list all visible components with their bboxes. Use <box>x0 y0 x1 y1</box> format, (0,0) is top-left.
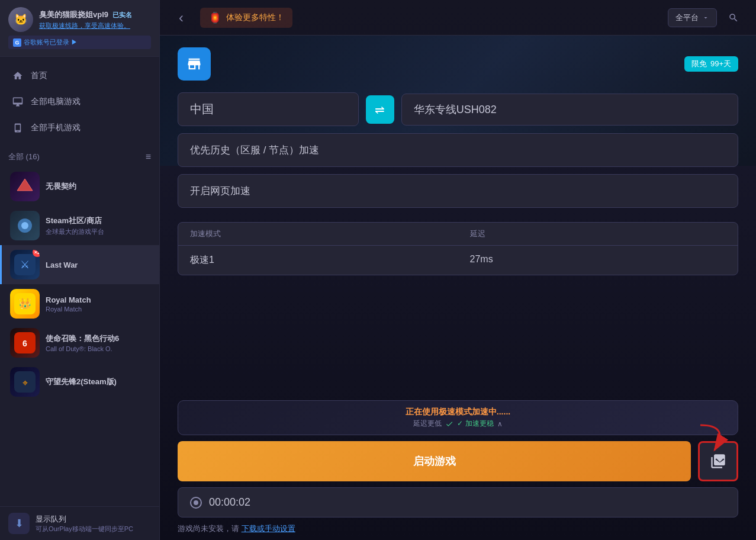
phone-icon <box>12 122 24 134</box>
install-notice-prefix: 游戏尚未安装，请 <box>178 524 239 533</box>
promo-badge: 限免 99+天 <box>684 56 738 72</box>
nav-pc-games[interactable]: 全部电脑游戏 <box>0 89 159 115</box>
platform-label: 全平台 <box>675 12 699 23</box>
vpn-top-row: 限免 99+天 <box>178 47 738 81</box>
games-header: 全部 (16) ≡ <box>0 147 159 167</box>
home-icon <box>12 70 24 82</box>
game-text-wuhui: 无畏契约 <box>46 181 151 192</box>
game-item-overwatch[interactable]: ⌖ 守望先锋2(Steam版) <box>0 362 159 401</box>
webpage-label: 开启网页加速 <box>190 185 250 197</box>
game-item-steam[interactable]: Steam社区/商店 全球最大的游戏平台 <box>0 206 159 245</box>
queue-name: 显示队列 <box>36 514 151 525</box>
svg-marker-0 <box>17 179 33 191</box>
install-link[interactable]: 下载或手动设置 <box>242 524 295 533</box>
game-item-wuhui[interactable]: 无畏契约 <box>0 167 159 206</box>
game-item-cod[interactable]: 6 使命召唤：黑色行动6 Call of Duty®: Black O. <box>0 323 159 362</box>
accel-chevron: ∧ <box>497 420 503 428</box>
game-icon-wuhui <box>10 172 40 201</box>
accel-sub-prefix: 延迟更低 <box>413 419 442 429</box>
queue-sub: 可从OurPlay移动端一键同步至PC <box>36 525 151 533</box>
game-item-royalmatch[interactable]: 👑 Royal Match Royal Match <box>0 284 159 323</box>
game-text-steam: Steam社区/商店 全球最大的游戏平台 <box>46 216 151 236</box>
game-text-royalmatch: Royal Match Royal Match <box>46 295 151 313</box>
swap-button[interactable]: ⇌ <box>366 95 394 124</box>
vpn-panel: 限免 99+天 中国 ⇌ 华东专线USH082 优先历史（区服 / 节点）加速 <box>178 47 738 275</box>
games-count-label: 全部 (16) <box>8 152 40 162</box>
game-icon-cod: 6 <box>10 328 40 358</box>
promo-text: 体验更多特性！ <box>226 12 284 23</box>
svg-text:⌖: ⌖ <box>22 378 28 388</box>
speed-mode-col-header: 加速模式 <box>178 223 458 245</box>
lantern-icon: 🏮 <box>208 11 221 24</box>
svg-text:👑: 👑 <box>18 297 32 310</box>
promo-banner[interactable]: 🏮 体验更多特性！ <box>200 8 292 28</box>
priority-button[interactable]: 优先历史（区服 / 节点）加速 <box>178 133 738 167</box>
sidebar: 🐱 臭美的猫眼挠姐vpl9 已实名 获取极速线路，享受高速体验。 G 谷歌账号已… <box>0 0 160 540</box>
google-icon: G <box>13 38 21 47</box>
accel-sub-badge: ✓ 加速更稳 <box>457 419 493 429</box>
nav-menu: 首页 全部电脑游戏 全部手机游戏 <box>0 57 159 147</box>
chevron-down-icon <box>702 14 709 21</box>
nav-mobile-games-label: 全部手机游戏 <box>31 123 81 133</box>
game-sub-steam: 全球最大的游戏平台 <box>46 227 151 236</box>
screenshot-icon <box>710 453 726 470</box>
game-sub-cod: Call of Duty®: Black O. <box>46 345 151 352</box>
install-notice: 游戏尚未安装，请 下载或手动设置 <box>178 523 738 534</box>
queue-text: 显示队列 可从OurPlay移动端一键同步至PC <box>36 514 151 533</box>
google-login-btn[interactable]: G 谷歌账号已登录 ▶ <box>8 36 151 49</box>
game-icon-royalmatch: 👑 <box>10 289 40 319</box>
user-section: 🐱 臭美的猫眼挠姐vpl9 已实名 获取极速线路，享受高速体验。 G 谷歌账号已… <box>0 0 159 57</box>
user-name-text: 臭美的猫眼挠姐vpl9 <box>39 10 108 19</box>
game-icon-lastwar: ⚔ ×2 <box>10 250 40 279</box>
user-top: 🐱 臭美的猫眼挠姐vpl9 已实名 获取极速线路，享受高速体验。 <box>8 7 151 32</box>
game-text-lastwar: Last War <box>46 261 151 269</box>
promo-badge-days: 99+天 <box>710 59 731 69</box>
game-name-cod: 使命召唤：黑色行动6 <box>46 333 151 344</box>
game-text-overwatch: 守望先锋2(Steam版) <box>46 377 151 387</box>
svg-point-2 <box>21 222 28 229</box>
speed-row: 极速1 27ms <box>178 246 738 275</box>
user-name: 臭美的猫眼挠姐vpl9 已实名 <box>39 9 151 20</box>
vpn-icon-button[interactable] <box>178 47 211 81</box>
search-button[interactable] <box>723 7 744 28</box>
back-button[interactable]: ‹ <box>172 8 191 27</box>
nav-mobile-games[interactable]: 全部手机游戏 <box>0 115 159 141</box>
launch-button[interactable]: 启动游戏 <box>178 441 691 481</box>
webpage-accel-button[interactable]: 开启网页加速 <box>178 174 738 208</box>
accel-status-area: 正在使用极速模式加速中...... 延迟更低 ✓ 加速更稳 ∧ 启动游戏 <box>178 400 738 534</box>
promo-badge-label: 限免 <box>691 59 707 69</box>
nav-pc-games-label: 全部电脑游戏 <box>31 97 81 107</box>
latency-value: 27ms <box>458 246 738 275</box>
timer-display: 00:00:02 <box>209 496 250 509</box>
svg-text:6: 6 <box>22 339 27 348</box>
user-info: 臭美的猫眼挠姐vpl9 已实名 获取极速线路，享受高速体验。 <box>39 9 151 30</box>
verified-badge: 已实名 <box>112 11 132 18</box>
nav-home[interactable]: 首页 <box>0 63 159 89</box>
games-section: 全部 (16) ≡ 无畏契约 Steam社区/商店 全球最大的游 <box>0 147 159 506</box>
game-sub-royalmatch: Royal Match <box>46 306 151 313</box>
game-name-royalmatch: Royal Match <box>46 295 151 304</box>
svg-text:⚔: ⚔ <box>20 259 30 271</box>
server-box[interactable]: 华东专线USH082 <box>401 94 738 126</box>
game-name-lastwar: Last War <box>46 261 151 269</box>
platform-select[interactable]: 全平台 <box>668 8 717 27</box>
accel-status-banner: 正在使用极速模式加速中...... 延迟更低 ✓ 加速更稳 ∧ <box>178 400 738 435</box>
region-row: 中国 ⇌ 华东专线USH082 <box>178 92 738 126</box>
game-item-lastwar[interactable]: ⚔ ×2 Last War <box>0 245 159 284</box>
latency-col-header: 延迟 <box>458 223 738 245</box>
promo-link[interactable]: 获取极速线路，享受高速体验。 <box>39 21 151 30</box>
region-label: 中国 <box>190 102 214 115</box>
game-icon-overwatch: ⌖ <box>10 367 40 397</box>
speed-table: 加速模式 延迟 极速1 27ms <box>178 222 738 275</box>
game-name-overwatch: 守望先锋2(Steam版) <box>46 377 151 387</box>
list-view-toggle[interactable]: ≡ <box>146 152 151 162</box>
region-box[interactable]: 中国 <box>178 92 359 126</box>
game-icon-steam <box>10 211 40 240</box>
search-icon <box>728 12 739 23</box>
download-icon: ⬇ <box>8 513 30 534</box>
speed-mode-value: 极速1 <box>178 246 458 275</box>
display-queue[interactable]: ⬇ 显示队列 可从OurPlay移动端一键同步至PC <box>0 506 159 540</box>
timer-row: 00:00:02 <box>178 487 738 518</box>
screenshot-button[interactable] <box>698 441 738 481</box>
game-name-steam: Steam社区/商店 <box>46 216 151 226</box>
